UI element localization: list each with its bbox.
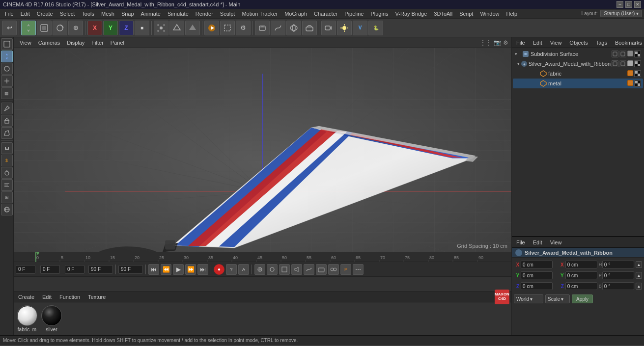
select-tool-button[interactable] — [37, 21, 52, 35]
tool-magnet[interactable] — [1, 142, 13, 154]
medal-flag-v[interactable] — [612, 60, 618, 67]
edge-mode-button[interactable] — [169, 21, 184, 35]
vp-icon-camera[interactable]: 📷 — [494, 39, 501, 46]
obj-row-metal[interactable]: metal — [513, 79, 643, 88]
menu-select[interactable]: Select — [57, 10, 78, 17]
x-pos-input[interactable]: 0 cm — [521, 261, 553, 268]
attr-menu-file[interactable]: File — [514, 239, 528, 246]
vp-menu-panel[interactable]: Panel — [108, 39, 127, 46]
z-arrow[interactable]: ▲ — [636, 283, 642, 290]
x-rot-input[interactable]: 0 cm — [565, 261, 597, 268]
b-input[interactable]: 0 ° — [602, 282, 634, 290]
menu-sculpt[interactable]: Sculpt — [217, 10, 238, 17]
expand-medal[interactable]: ▾ — [517, 61, 520, 66]
render-region-button[interactable] — [220, 21, 235, 35]
snap-btn[interactable] — [328, 264, 339, 275]
menu-edit[interactable]: Edit — [18, 10, 33, 17]
motion-path-btn[interactable] — [304, 264, 314, 275]
x-arrow[interactable]: ▲ — [636, 261, 642, 268]
menu-mograph[interactable]: MoGraph — [281, 10, 310, 17]
fabric-flag-checker[interactable] — [634, 70, 641, 77]
h-input[interactable]: 0 ° — [602, 261, 634, 268]
expand-subdivision[interactable]: ▾ — [515, 52, 521, 56]
fps-btn[interactable] — [316, 264, 327, 275]
menu-script[interactable]: Script — [456, 10, 476, 17]
z-pos-input[interactable]: 0 cm — [521, 282, 553, 290]
tool-extrude[interactable] — [1, 115, 13, 127]
prev-frame-button[interactable]: ⏪ — [161, 264, 171, 275]
coord-system-dropdown[interactable]: World ▾ — [514, 294, 543, 303]
obj-menu-tags[interactable]: Tags — [593, 39, 610, 46]
keyframe-button[interactable]: ? — [226, 264, 237, 275]
tool-script[interactable] — [1, 179, 13, 191]
python-icon[interactable]: 🐍 — [368, 21, 383, 35]
go-start-button[interactable]: ⏮ — [148, 264, 159, 275]
metal-flag-checker[interactable] — [634, 80, 641, 87]
tool-world[interactable] — [1, 204, 13, 215]
x-axis-button[interactable]: X — [87, 21, 102, 35]
go-end-button[interactable]: ⏭ — [197, 264, 208, 275]
material-silver[interactable]: silver — [41, 305, 62, 332]
next-frame-button[interactable]: ⏩ — [185, 264, 196, 275]
close-button[interactable]: ✕ — [634, 1, 641, 8]
all-axis-button[interactable]: ■ — [135, 21, 149, 35]
vp-icon-settings[interactable]: ⚙ — [503, 39, 508, 46]
viewport-canvas[interactable]: Perspective — [14, 48, 511, 252]
start-frame-field[interactable]: 0 F — [16, 265, 35, 274]
tool-checkerboard[interactable]: ▦ — [1, 87, 13, 99]
menu-file[interactable]: File — [2, 10, 17, 17]
move-tool-button[interactable] — [21, 21, 36, 35]
menu-snap[interactable]: Snap — [118, 10, 137, 17]
y-pos-input[interactable]: 0 cm — [521, 271, 553, 279]
obj-row-medal[interactable]: ▾ ✦ Silver_Award_Medal_with_Ribbon — [513, 59, 643, 69]
preview-btn[interactable]: P — [340, 264, 351, 275]
menu-render[interactable]: Render — [193, 10, 216, 17]
minimize-button[interactable]: – — [616, 1, 623, 8]
flag-r[interactable] — [619, 51, 626, 57]
auto-key-button[interactable]: A — [238, 264, 249, 275]
undo-button[interactable]: ↩ — [2, 21, 17, 35]
mat-menu-texture[interactable]: Texture — [85, 293, 108, 300]
render-settings-button[interactable]: ⚙ — [236, 21, 251, 35]
obj-row-subdivision[interactable]: ▾ Subdivision Surface — [513, 49, 643, 59]
options-btn[interactable]: ⋯ — [353, 264, 364, 275]
play-button[interactable]: ▶ — [173, 264, 184, 275]
vray-icon[interactable]: V — [353, 21, 367, 35]
menu-plugins[interactable]: Plugins — [367, 10, 391, 17]
tool-grid[interactable]: ⊞ — [1, 191, 13, 203]
fps-field[interactable]: 90 F — [88, 265, 113, 274]
scale-tool-button[interactable]: ⊕ — [68, 21, 83, 35]
obj-menu-bookmarks[interactable]: Bookmarks — [613, 39, 644, 46]
obj-row-fabric[interactable]: fabric — [513, 69, 643, 79]
attr-menu-view[interactable]: View — [548, 239, 564, 246]
menu-3dtoall[interactable]: 3DToAll — [431, 10, 455, 17]
menu-vray[interactable]: V-Ray Bridge — [392, 10, 430, 17]
light-button[interactable] — [337, 21, 352, 35]
mat-menu-create[interactable]: Create — [16, 293, 37, 300]
obj-menu-file[interactable]: File — [514, 39, 528, 46]
render-button[interactable] — [204, 21, 219, 35]
fps2-field[interactable]: 90 F — [118, 265, 143, 274]
current-frame-field[interactable]: 0 F — [40, 265, 60, 274]
record-button[interactable]: ● — [214, 264, 224, 275]
attr-menu-edit[interactable]: Edit — [531, 239, 545, 246]
vp-menu-cameras[interactable]: Cameras — [35, 39, 63, 46]
material-sphere-silver[interactable] — [41, 305, 62, 326]
tool-paint[interactable] — [1, 167, 13, 179]
p-input[interactable]: 0 ° — [602, 271, 634, 279]
mat-menu-edit[interactable]: Edit — [40, 293, 54, 300]
obj-menu-edit[interactable]: Edit — [531, 39, 545, 46]
object-button[interactable] — [255, 21, 270, 35]
flag-v[interactable] — [612, 51, 618, 57]
tool-cinema[interactable]: $ — [1, 155, 13, 166]
layout-selector[interactable]: Startup (User) ▾ — [600, 10, 642, 17]
sound-btn[interactable] — [291, 264, 302, 275]
vp-menu-display[interactable]: Display — [64, 39, 87, 46]
obj-menu-view[interactable]: View — [548, 39, 564, 46]
poly-mode-button[interactable] — [185, 21, 200, 35]
tool-rotate[interactable] — [1, 63, 13, 75]
tool-bevel[interactable] — [1, 127, 13, 139]
tool-knife[interactable] — [1, 103, 13, 114]
menu-motion-tracker[interactable]: Motion Tracker — [239, 10, 280, 17]
menu-mesh[interactable]: Mesh — [98, 10, 117, 17]
